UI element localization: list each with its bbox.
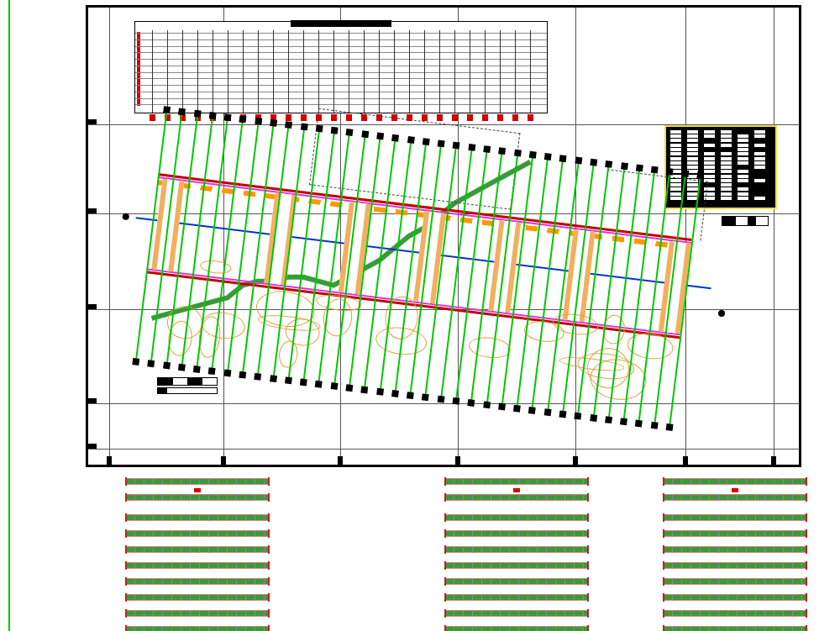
pier bbox=[264, 192, 297, 285]
contour bbox=[468, 334, 512, 360]
cross-section bbox=[664, 560, 806, 571]
cross-section bbox=[126, 544, 269, 555]
cross-section-column bbox=[664, 476, 806, 631]
scale-bar bbox=[157, 377, 218, 386]
longitudinal-profile-chart bbox=[134, 21, 548, 113]
cross-section bbox=[664, 576, 806, 587]
cross-section bbox=[445, 544, 588, 555]
cross-section bbox=[126, 607, 269, 619]
cross-section bbox=[126, 560, 269, 571]
cross-section bbox=[445, 512, 588, 523]
cross-section-column bbox=[445, 476, 588, 631]
cross-section bbox=[445, 576, 588, 587]
cross-section bbox=[664, 544, 806, 555]
cross-section bbox=[126, 592, 269, 603]
cross-section bbox=[445, 492, 588, 503]
cross-section bbox=[445, 528, 588, 539]
cross-section bbox=[445, 623, 588, 631]
north-scale-block bbox=[722, 216, 769, 226]
cross-section bbox=[445, 560, 588, 571]
scale-bar-2 bbox=[157, 387, 218, 394]
print-margin-left bbox=[8, 0, 10, 631]
alignment-start-point bbox=[122, 213, 129, 220]
cross-section bbox=[126, 528, 269, 539]
cross-section bbox=[664, 492, 806, 503]
cross-section bbox=[126, 623, 269, 631]
cross-section bbox=[126, 512, 269, 523]
drawing-frame bbox=[86, 5, 801, 467]
cross-section bbox=[126, 576, 269, 587]
cross-section bbox=[664, 592, 806, 603]
cross-section bbox=[664, 528, 806, 539]
cross-section-column bbox=[126, 476, 269, 631]
cross-section bbox=[445, 476, 588, 487]
cross-section bbox=[664, 476, 806, 487]
cross-section bbox=[445, 592, 588, 603]
cross-section bbox=[664, 623, 806, 631]
cross-section bbox=[126, 476, 269, 487]
cad-sheet bbox=[0, 0, 840, 631]
cross-section bbox=[445, 607, 588, 619]
cross-section bbox=[664, 512, 806, 523]
cross-section bbox=[664, 607, 806, 619]
cross-section bbox=[126, 492, 269, 503]
